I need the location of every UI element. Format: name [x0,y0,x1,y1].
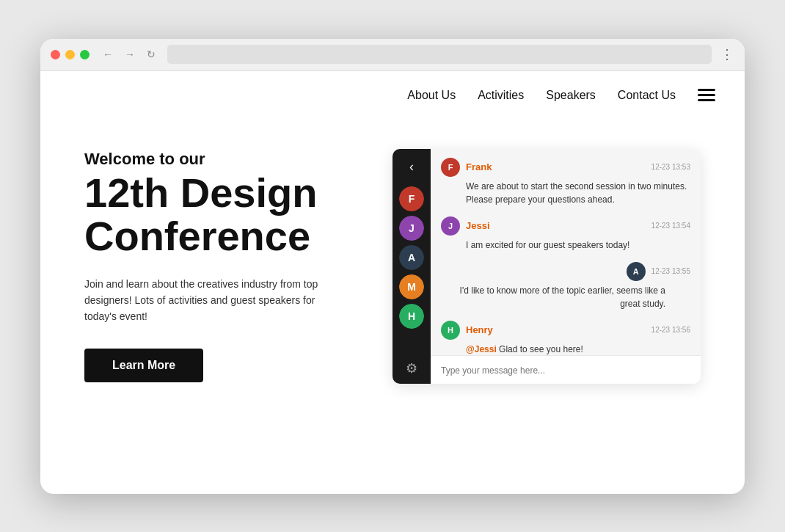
msg-header-anon: 12-23 13:55 A [627,262,690,281]
msg-time-jessi: 12-23 13:54 [651,222,690,230]
msg-text-anon: I'd like to know more of the topic earli… [441,284,690,310]
traffic-light-red[interactable] [51,50,60,59]
chat-messages: F Frank 12-23 13:53 We are about to star… [431,149,701,355]
hero-section: Welcome to our 12th Design Conference Jo… [40,120,745,428]
msg-name-henry: Henry [466,324,493,335]
chat-settings-icon[interactable]: ⚙ [406,360,417,376]
sidebar-avatar-1[interactable]: J [399,216,424,241]
msg-avatar-frank: F [441,158,460,177]
browser-controls: ← → ↻ [100,47,158,62]
traffic-light-green[interactable] [80,50,90,59]
hero-title-line2: Conference [84,213,310,259]
address-bar[interactable] [167,45,712,64]
msg-name-jessi: Jessi [466,220,490,231]
msg-header-jessi: J Jessi 12-23 13:54 [441,216,690,236]
browser-menu-icon[interactable]: ⋮ [720,46,734,62]
msg-avatar-anon: A [627,262,646,281]
learn-more-button[interactable]: Learn More [84,349,203,382]
chat-message-anon: 12-23 13:55 A I'd like to know more of t… [441,262,690,310]
msg-avatar-henry: H [441,321,460,340]
msg-name-frank: Frank [466,161,492,172]
nav-link-contact-us[interactable]: Contact Us [618,89,676,102]
msg-avatar-jessi: J [441,216,460,236]
msg-text-jessi: I am excited for our guest speakers toda… [441,238,690,252]
back-button[interactable]: ← [100,47,116,62]
chat-input-area [431,355,701,384]
chat-sidebar: ‹ F J A M H ⚙ [392,149,431,384]
chat-message-henry: H Henry 12-23 13:56 @Jessi Glad to see y… [441,321,690,355]
hero-description: Join and learn about the creatives indus… [84,276,319,325]
browser-titlebar: ← → ↻ ⋮ [40,39,745,71]
hamburger-menu-icon[interactable] [698,89,715,101]
msg-time-frank: 12-23 13:53 [651,163,690,171]
browser-frame: ← → ↻ ⋮ About Us Activities Speakers Con… [40,39,745,494]
navbar: About Us Activities Speakers Contact Us [40,71,745,120]
hero-title-line1: 12th Design [84,170,317,216]
nav-link-about-us[interactable]: About Us [407,89,456,102]
sidebar-avatar-2[interactable]: A [399,245,424,270]
nav-link-speakers[interactable]: Speakers [546,89,596,102]
msg-header-frank: F Frank 12-23 13:53 [441,158,690,177]
mention-jessi: @Jessi [466,344,497,354]
page-content: About Us Activities Speakers Contact Us … [40,71,745,428]
chat-input[interactable] [441,365,690,376]
msg-time-anon: 12-23 13:55 [651,267,690,275]
msg-header-henry: H Henry 12-23 13:56 [441,321,690,340]
chat-collapse-button[interactable]: ‹ [404,156,420,178]
msg-time-henry: 12-23 13:56 [651,326,690,334]
traffic-light-yellow[interactable] [65,50,75,59]
chat-message-jessi: J Jessi 12-23 13:54 I am excited for our… [441,216,690,252]
hero-welcome: Welcome to our [84,150,363,169]
refresh-button[interactable]: ↻ [144,47,158,62]
sidebar-avatar-4[interactable]: H [399,304,424,329]
forward-button[interactable]: → [122,47,138,62]
sidebar-avatar-3[interactable]: M [399,274,424,299]
hero-text: Welcome to our 12th Design Conference Jo… [84,150,363,382]
chat-message-frank: F Frank 12-23 13:53 We are about to star… [441,158,690,206]
msg-text-frank: We are about to start the second session… [441,180,690,206]
chat-main: F Frank 12-23 13:53 We are about to star… [431,149,701,384]
hero-title: 12th Design Conference [84,172,363,258]
sidebar-avatar-0[interactable]: F [399,186,424,211]
chat-widget: ‹ F J A M H ⚙ [392,149,701,384]
traffic-lights [51,50,90,59]
msg-text-henry: @Jessi Glad to see you here! [441,343,690,355]
nav-link-activities[interactable]: Activities [478,89,524,102]
